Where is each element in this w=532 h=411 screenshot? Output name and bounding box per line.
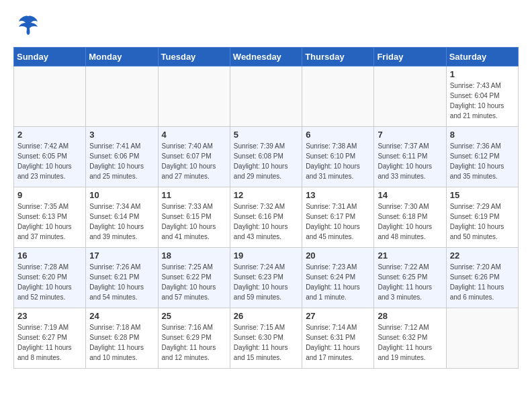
day-cell-10: 10Sunrise: 7:34 AMSunset: 6:14 PMDayligh…	[86, 187, 158, 248]
day-info: Sunrise: 7:35 AMSunset: 6:13 PMDaylight:…	[17, 201, 82, 242]
day-info: Sunrise: 7:30 AMSunset: 6:18 PMDaylight:…	[378, 201, 442, 242]
day-number: 17	[89, 250, 154, 261]
day-number: 15	[450, 190, 515, 200]
day-info: Sunrise: 7:14 AMSunset: 6:31 PMDaylight:…	[306, 322, 370, 363]
day-info: Sunrise: 7:34 AMSunset: 6:14 PMDaylight:…	[89, 201, 154, 242]
day-info: Sunrise: 7:23 AMSunset: 6:24 PMDaylight:…	[306, 262, 370, 302]
day-cell-18: 18Sunrise: 7:25 AMSunset: 6:22 PMDayligh…	[158, 248, 230, 308]
week-row-2: 2Sunrise: 7:42 AMSunset: 6:05 PMDaylight…	[14, 127, 519, 187]
calendar-table: SundayMondayTuesdayWednesdayThursdayFrid…	[13, 47, 519, 369]
day-number: 12	[234, 190, 298, 200]
day-info: Sunrise: 7:33 AMSunset: 6:15 PMDaylight:…	[162, 201, 226, 242]
day-number: 20	[306, 250, 370, 261]
day-number: 13	[306, 190, 370, 200]
day-cell-19: 19Sunrise: 7:24 AMSunset: 6:23 PMDayligh…	[230, 248, 302, 308]
day-number: 8	[450, 130, 515, 140]
empty-cell	[374, 66, 446, 127]
day-info: Sunrise: 7:42 AMSunset: 6:05 PMDaylight:…	[17, 141, 82, 181]
empty-cell	[158, 66, 230, 127]
day-cell-17: 17Sunrise: 7:26 AMSunset: 6:21 PMDayligh…	[86, 248, 158, 308]
page-header	[13, 13, 519, 40]
day-info: Sunrise: 7:28 AMSunset: 6:20 PMDaylight:…	[17, 262, 82, 302]
day-number: 25	[162, 311, 226, 321]
day-info: Sunrise: 7:40 AMSunset: 6:07 PMDaylight:…	[162, 141, 226, 181]
day-info: Sunrise: 7:18 AMSunset: 6:28 PMDaylight:…	[89, 322, 154, 363]
day-number: 22	[450, 250, 515, 261]
day-info: Sunrise: 7:43 AMSunset: 6:04 PMDaylight:…	[450, 81, 515, 121]
day-cell-4: 4Sunrise: 7:40 AMSunset: 6:07 PMDaylight…	[158, 127, 230, 187]
day-cell-16: 16Sunrise: 7:28 AMSunset: 6:20 PMDayligh…	[14, 248, 86, 308]
day-cell-7: 7Sunrise: 7:37 AMSunset: 6:11 PMDaylight…	[374, 127, 446, 187]
day-cell-28: 28Sunrise: 7:12 AMSunset: 6:32 PMDayligh…	[374, 308, 446, 369]
day-cell-24: 24Sunrise: 7:18 AMSunset: 6:28 PMDayligh…	[86, 308, 158, 369]
day-cell-11: 11Sunrise: 7:33 AMSunset: 6:15 PMDayligh…	[158, 187, 230, 248]
calendar-header-row: SundayMondayTuesdayWednesdayThursdayFrid…	[14, 48, 519, 66]
empty-cell	[86, 66, 158, 127]
day-number: 28	[378, 311, 442, 321]
day-info: Sunrise: 7:41 AMSunset: 6:06 PMDaylight:…	[89, 141, 154, 181]
day-info: Sunrise: 7:12 AMSunset: 6:32 PMDaylight:…	[378, 322, 442, 363]
day-number: 3	[89, 130, 154, 140]
day-info: Sunrise: 7:26 AMSunset: 6:21 PMDaylight:…	[89, 262, 154, 302]
day-cell-26: 26Sunrise: 7:15 AMSunset: 6:30 PMDayligh…	[230, 308, 302, 369]
day-info: Sunrise: 7:38 AMSunset: 6:10 PMDaylight:…	[306, 141, 370, 181]
day-info: Sunrise: 7:29 AMSunset: 6:19 PMDaylight:…	[450, 201, 515, 242]
day-info: Sunrise: 7:32 AMSunset: 6:16 PMDaylight:…	[234, 201, 298, 242]
day-info: Sunrise: 7:19 AMSunset: 6:27 PMDaylight:…	[17, 322, 82, 363]
logo-bird-icon	[16, 13, 40, 40]
day-number: 14	[378, 190, 442, 200]
day-number: 7	[378, 130, 442, 140]
day-number: 6	[306, 130, 370, 140]
day-cell-20: 20Sunrise: 7:23 AMSunset: 6:24 PMDayligh…	[302, 248, 374, 308]
day-cell-15: 15Sunrise: 7:29 AMSunset: 6:19 PMDayligh…	[446, 187, 518, 248]
empty-cell	[14, 66, 86, 127]
day-cell-9: 9Sunrise: 7:35 AMSunset: 6:13 PMDaylight…	[14, 187, 86, 248]
day-info: Sunrise: 7:36 AMSunset: 6:12 PMDaylight:…	[450, 141, 515, 181]
column-header-wednesday: Wednesday	[230, 48, 302, 66]
logo	[13, 13, 40, 40]
day-cell-2: 2Sunrise: 7:42 AMSunset: 6:05 PMDaylight…	[14, 127, 86, 187]
day-number: 27	[306, 311, 370, 321]
empty-cell	[230, 66, 302, 127]
week-row-5: 23Sunrise: 7:19 AMSunset: 6:27 PMDayligh…	[14, 308, 519, 369]
week-row-1: 1Sunrise: 7:43 AMSunset: 6:04 PMDaylight…	[14, 66, 519, 127]
day-info: Sunrise: 7:22 AMSunset: 6:25 PMDaylight:…	[378, 262, 442, 302]
day-number: 16	[17, 250, 82, 261]
day-cell-13: 13Sunrise: 7:31 AMSunset: 6:17 PMDayligh…	[302, 187, 374, 248]
day-number: 19	[234, 250, 298, 261]
day-info: Sunrise: 7:20 AMSunset: 6:26 PMDaylight:…	[450, 262, 515, 302]
empty-cell	[302, 66, 374, 127]
column-header-thursday: Thursday	[302, 48, 374, 66]
day-number: 10	[89, 190, 154, 200]
day-cell-5: 5Sunrise: 7:39 AMSunset: 6:08 PMDaylight…	[230, 127, 302, 187]
day-info: Sunrise: 7:15 AMSunset: 6:30 PMDaylight:…	[234, 322, 298, 363]
empty-cell	[446, 308, 518, 369]
day-info: Sunrise: 7:37 AMSunset: 6:11 PMDaylight:…	[378, 141, 442, 181]
day-number: 18	[162, 250, 226, 261]
day-number: 2	[17, 130, 82, 140]
day-number: 23	[17, 311, 82, 321]
day-info: Sunrise: 7:25 AMSunset: 6:22 PMDaylight:…	[162, 262, 226, 302]
day-number: 5	[234, 130, 298, 140]
day-cell-23: 23Sunrise: 7:19 AMSunset: 6:27 PMDayligh…	[14, 308, 86, 369]
day-info: Sunrise: 7:24 AMSunset: 6:23 PMDaylight:…	[234, 262, 298, 302]
day-number: 26	[234, 311, 298, 321]
day-cell-12: 12Sunrise: 7:32 AMSunset: 6:16 PMDayligh…	[230, 187, 302, 248]
day-cell-27: 27Sunrise: 7:14 AMSunset: 6:31 PMDayligh…	[302, 308, 374, 369]
column-header-saturday: Saturday	[446, 48, 518, 66]
day-number: 11	[162, 190, 226, 200]
day-cell-8: 8Sunrise: 7:36 AMSunset: 6:12 PMDaylight…	[446, 127, 518, 187]
day-info: Sunrise: 7:16 AMSunset: 6:29 PMDaylight:…	[162, 322, 226, 363]
day-cell-1: 1Sunrise: 7:43 AMSunset: 6:04 PMDaylight…	[446, 66, 518, 127]
column-header-monday: Monday	[86, 48, 158, 66]
column-header-sunday: Sunday	[14, 48, 86, 66]
day-number: 24	[89, 311, 154, 321]
day-number: 4	[162, 130, 226, 140]
day-info: Sunrise: 7:39 AMSunset: 6:08 PMDaylight:…	[234, 141, 298, 181]
day-cell-22: 22Sunrise: 7:20 AMSunset: 6:26 PMDayligh…	[446, 248, 518, 308]
day-cell-6: 6Sunrise: 7:38 AMSunset: 6:10 PMDaylight…	[302, 127, 374, 187]
day-cell-3: 3Sunrise: 7:41 AMSunset: 6:06 PMDaylight…	[86, 127, 158, 187]
day-cell-25: 25Sunrise: 7:16 AMSunset: 6:29 PMDayligh…	[158, 308, 230, 369]
day-number: 1	[450, 69, 515, 79]
week-row-3: 9Sunrise: 7:35 AMSunset: 6:13 PMDaylight…	[14, 187, 519, 248]
